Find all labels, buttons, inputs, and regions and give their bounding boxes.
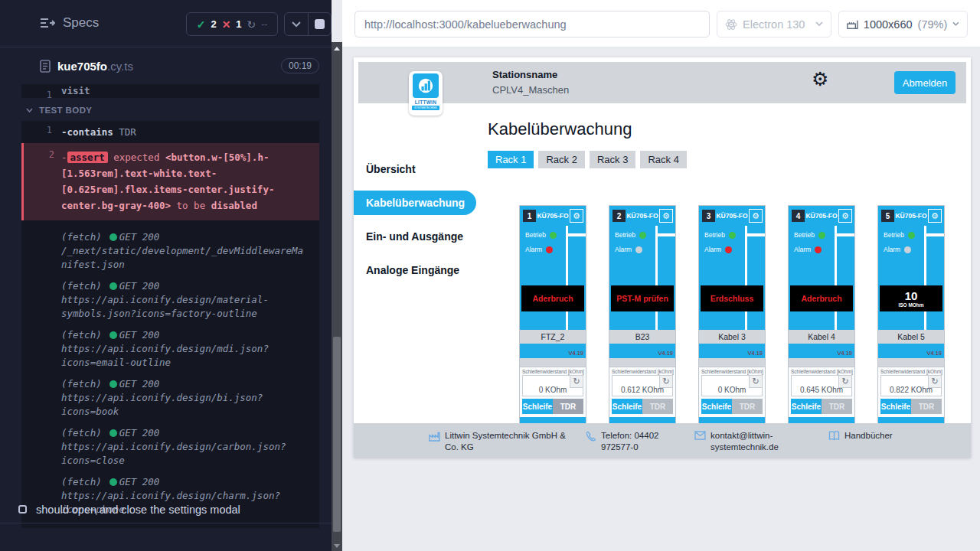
assert-expected: expected bbox=[113, 152, 159, 163]
card-gear-icon[interactable]: ⚙ bbox=[659, 209, 673, 223]
command-row-visit[interactable]: 1 visit http://localhost:3000/kabelueber… bbox=[21, 84, 319, 98]
schleife-button[interactable]: Schleife bbox=[612, 399, 642, 414]
tdr-button[interactable]: TDR bbox=[642, 399, 673, 414]
banner-alarm-text: Erdschluss bbox=[710, 294, 754, 303]
footer-item-book[interactable]: Handbücher bbox=[828, 430, 920, 442]
browser-select[interactable]: Electron 130 bbox=[717, 11, 831, 37]
resistance-display: ↻0 KOhm bbox=[701, 375, 763, 396]
status-dot bbox=[725, 246, 732, 253]
spec-file-row[interactable]: kue705fo.cy.ts 00:19 bbox=[0, 47, 332, 84]
resistance-label: Schleifenwiderstand [kOhm] bbox=[880, 369, 944, 374]
collapse-button[interactable] bbox=[285, 13, 308, 35]
sidebar-item--bersicht[interactable]: Übersicht bbox=[354, 157, 488, 181]
schleife-button[interactable]: Schleife bbox=[522, 399, 553, 414]
tdr-button[interactable]: TDR bbox=[553, 399, 583, 414]
device-card-5: 5KÜ705-FO⚙BetriebAlarm10ISO MOhmKabel 5V… bbox=[877, 205, 945, 423]
sidebar-item-analoge-eing-nge[interactable]: Analoge Eingänge bbox=[354, 258, 488, 282]
card-gear-icon[interactable]: ⚙ bbox=[749, 209, 763, 223]
command-number: 2 bbox=[24, 147, 54, 163]
company-logo: LITTWIN SYSTEMTECHNIK bbox=[409, 71, 443, 116]
station-info: Stationsname CPLV4_Maschen bbox=[492, 69, 569, 96]
url-input[interactable]: http://localhost:3000/kabelueberwachung bbox=[354, 11, 710, 37]
status-dot bbox=[550, 232, 557, 239]
card-buttons: SchleifeTDR bbox=[701, 399, 763, 414]
version-strip: V4.19 bbox=[609, 344, 675, 358]
settings-gear-icon[interactable]: ⚙ bbox=[812, 70, 828, 89]
rack-tab-rack-4[interactable]: Rack 4 bbox=[640, 151, 686, 168]
status-banner: Erdschluss bbox=[701, 285, 763, 311]
card-header: 3KÜ705-FO⚙ bbox=[699, 206, 765, 226]
firmware-version: V4.19 bbox=[837, 350, 852, 357]
tdr-button[interactable]: TDR bbox=[911, 399, 942, 414]
schleife-button[interactable]: Schleife bbox=[701, 399, 732, 414]
card-header: 1KÜ705-FO⚙ bbox=[520, 206, 586, 226]
runner-scrollbar[interactable] bbox=[332, 42, 342, 551]
book-icon bbox=[828, 431, 840, 442]
card-gear-icon[interactable]: ⚙ bbox=[838, 209, 852, 223]
page-title: Kabelüberwachung bbox=[488, 119, 632, 139]
test-body-section[interactable]: TEST BODY bbox=[21, 98, 319, 121]
card-gear-icon[interactable]: ⚙ bbox=[928, 209, 942, 223]
card-number-badge: 4 bbox=[792, 210, 805, 222]
scroll-down-arrow-icon[interactable] bbox=[334, 544, 340, 548]
fetch-method: GET 200 bbox=[119, 280, 160, 292]
fetch-url: https://api.iconify.design/material-symb… bbox=[61, 294, 269, 319]
stop-button[interactable] bbox=[308, 13, 332, 35]
footer-item-phone: Telefon: 04402 972577-0 bbox=[586, 430, 671, 453]
specs-menu-button[interactable]: Specs bbox=[40, 15, 99, 31]
schleife-button[interactable]: Schleife bbox=[791, 399, 822, 414]
version-strip: V4.19 bbox=[520, 344, 586, 358]
rack-tab-rack-1[interactable]: Rack 1 bbox=[488, 151, 534, 168]
fetch-label: (fetch) bbox=[61, 476, 102, 487]
card-spacer bbox=[520, 358, 586, 367]
tdr-button[interactable]: TDR bbox=[732, 399, 763, 414]
sidebar-item-kabel-berwachung[interactable]: Kabelüberwachung bbox=[354, 191, 476, 215]
command-row-assert-failed[interactable]: 2-assert expected <button.w-[50%].h-[1.5… bbox=[21, 143, 319, 220]
tdr-button[interactable]: TDR bbox=[822, 399, 852, 414]
footer-item-factory: Littwin Systemtechnik GmbH & Co. KG bbox=[429, 430, 570, 453]
card-gear-icon[interactable]: ⚙ bbox=[570, 209, 583, 223]
sidebar-item-label: Analoge Eingänge bbox=[366, 264, 459, 276]
fetch-log-entry[interactable]: (fetch)GET 200 https://api.iconify.desig… bbox=[21, 324, 313, 373]
card-bottom-strip bbox=[789, 417, 854, 423]
card-divider bbox=[747, 233, 765, 236]
card-spacer bbox=[699, 358, 765, 367]
logout-button[interactable]: Abmelden bbox=[894, 71, 956, 94]
cable-name-label: Kabel 5 bbox=[878, 330, 944, 344]
card-number-badge: 1 bbox=[523, 210, 536, 222]
rack-tabs: Rack 1Rack 2Rack 3Rack 4 bbox=[488, 151, 687, 168]
footer-text: Telefon: 04402 972577-0 bbox=[601, 430, 671, 453]
card-model-label: KÜ705-FO bbox=[715, 212, 749, 220]
schleife-button[interactable]: Schleife bbox=[880, 399, 911, 414]
measurement-panel: Schleifenwiderstand [kOhm]↻0.822 KOhmSch… bbox=[878, 367, 944, 420]
fetch-log-entry[interactable]: (fetch)GET 200 /_next/static/development… bbox=[21, 227, 313, 276]
runner-controls bbox=[284, 12, 332, 36]
command-name: visit bbox=[61, 85, 90, 96]
electron-icon bbox=[725, 18, 737, 31]
card-spacer bbox=[609, 358, 675, 367]
rack-tab-rack-3[interactable]: Rack 3 bbox=[590, 151, 635, 168]
failed-icon: ✕ bbox=[222, 18, 231, 31]
version-strip: V4.19 bbox=[878, 344, 944, 358]
resistance-value: 0 KOhm bbox=[702, 386, 762, 394]
viewport-select[interactable]: 1000x660 (79%) bbox=[838, 11, 968, 37]
pending-test-row[interactable]: should open and close the settings modal bbox=[0, 496, 332, 523]
sidebar-item-ein-und-ausg-nge[interactable]: Ein- und Ausgänge bbox=[354, 224, 488, 249]
ruler-icon bbox=[847, 19, 858, 30]
scroll-up-arrow-icon[interactable] bbox=[334, 47, 340, 51]
card-model-label: KÜ705-FO bbox=[805, 212, 838, 220]
rack-tab-rack-2[interactable]: Rack 2 bbox=[538, 151, 584, 168]
fetch-log-entry[interactable]: (fetch)GET 200 https://api.iconify.desig… bbox=[21, 276, 313, 324]
success-dot-icon bbox=[109, 282, 117, 290]
card-header: 2KÜ705-FO⚙ bbox=[609, 206, 675, 226]
fetch-log-entry[interactable]: (fetch)GET 200 https://api.iconify.desig… bbox=[21, 422, 313, 471]
footer-text: Handbücher bbox=[844, 430, 893, 442]
scrollbar-thumb[interactable] bbox=[333, 337, 341, 532]
card-divider bbox=[837, 233, 854, 236]
factory-icon bbox=[429, 431, 440, 453]
card-buttons: SchleifeTDR bbox=[880, 399, 942, 414]
command-row-contains[interactable]: 1 -contains TDR bbox=[21, 121, 319, 143]
chevron-down-icon bbox=[292, 21, 301, 28]
fetch-log-entry[interactable]: (fetch)GET 200 https://api.iconify.desig… bbox=[21, 373, 313, 422]
resistance-label: Schleifenwiderstand [kOhm] bbox=[701, 369, 765, 374]
